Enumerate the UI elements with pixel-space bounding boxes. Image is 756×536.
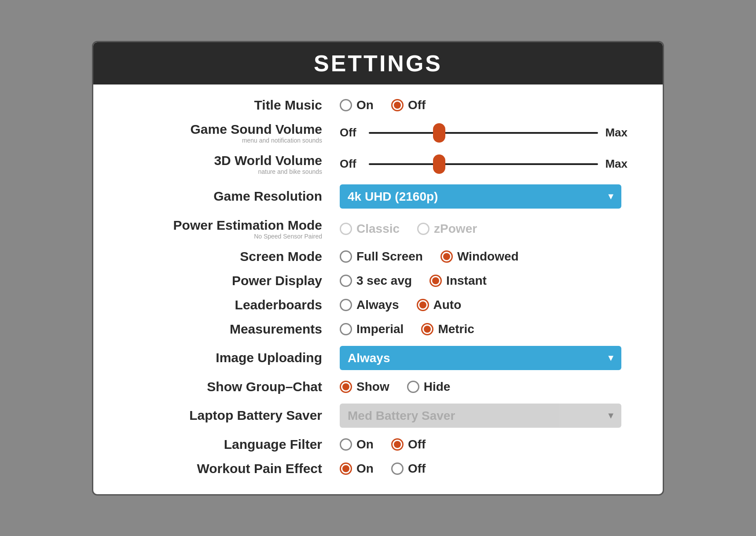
- settings-body: Title Music On Off Game Sound Volume: [93, 84, 663, 494]
- language-filter-radio-group: On Off: [340, 437, 426, 452]
- show-group-chat-control: Show Hide: [340, 380, 636, 394]
- measurements-label: Measurements: [120, 322, 340, 337]
- show-group-chat-label: Show Group–Chat: [120, 379, 340, 394]
- title-music-row: Title Music On Off: [120, 93, 636, 117]
- measurements-control: Imperial Metric: [340, 322, 636, 336]
- laptop-battery-saver-row: Laptop Battery Saver Med Battery Saver O…: [120, 399, 636, 433]
- measurements-metric-option[interactable]: Metric: [421, 322, 474, 336]
- power-estimation-zpower-option[interactable]: zPower: [417, 222, 477, 236]
- screen-mode-fullscreen-radio[interactable]: [340, 250, 352, 263]
- world-volume-max-label: Max: [605, 157, 628, 171]
- leaderboards-auto-option[interactable]: Auto: [417, 298, 462, 312]
- title-music-off-label: Off: [408, 98, 426, 112]
- world-volume-slider-thumb[interactable]: [433, 154, 445, 174]
- screen-mode-windowed-radio[interactable]: [440, 250, 453, 263]
- world-volume-slider-group: Off Max: [340, 157, 628, 171]
- title-music-radio-group: On Off: [340, 98, 426, 112]
- game-resolution-control: 4k UHD (2160p) 1080p 720p 480p ▼: [340, 184, 636, 209]
- title-music-off-radio[interactable]: [391, 99, 404, 111]
- world-volume-min-label: Off: [340, 157, 362, 171]
- screen-mode-label: Screen Mode: [120, 249, 340, 264]
- leaderboards-radio-group: Always Auto: [340, 298, 461, 312]
- power-estimation-zpower-label: zPower: [434, 222, 477, 236]
- power-display-control: 3 sec avg Instant: [340, 274, 636, 288]
- power-estimation-label: Power Estimation Mode No Speed Sensor Pa…: [120, 218, 340, 240]
- game-resolution-row: Game Resolution 4k UHD (2160p) 1080p 720…: [120, 180, 636, 213]
- workout-pain-effect-control: On Off: [340, 462, 636, 476]
- power-estimation-classic-option[interactable]: Classic: [340, 222, 400, 236]
- measurements-imperial-option[interactable]: Imperial: [340, 322, 404, 336]
- image-uploading-dropdown-wrapper: Always Never Ask ▼: [340, 346, 621, 370]
- world-volume-slider-track[interactable]: [369, 163, 598, 165]
- language-filter-off-label: Off: [408, 437, 426, 452]
- power-display-3sec-radio[interactable]: [340, 275, 352, 287]
- laptop-battery-saver-select[interactable]: Med Battery Saver Off Low Battery Saver …: [340, 404, 621, 428]
- laptop-battery-saver-control: Med Battery Saver Off Low Battery Saver …: [340, 404, 636, 428]
- title-music-on-radio[interactable]: [340, 99, 352, 111]
- workout-pain-effect-on-radio[interactable]: [340, 463, 352, 475]
- measurements-imperial-radio[interactable]: [340, 323, 352, 335]
- power-estimation-radio-group: Classic zPower: [340, 222, 477, 236]
- power-estimation-zpower-radio[interactable]: [417, 223, 429, 235]
- show-group-chat-show-option[interactable]: Show: [340, 380, 389, 394]
- game-sound-volume-label: Game Sound Volume menu and notification …: [120, 122, 340, 144]
- language-filter-on-option[interactable]: On: [340, 437, 374, 452]
- leaderboards-label: Leaderboards: [120, 297, 340, 312]
- power-display-instant-option[interactable]: Instant: [429, 274, 487, 288]
- game-sound-slider-track[interactable]: [369, 132, 598, 134]
- game-sound-slider-thumb[interactable]: [433, 123, 445, 143]
- world-volume-control: Off Max: [340, 157, 636, 171]
- settings-header: SETTINGS: [93, 42, 663, 84]
- title-music-control: On Off: [340, 98, 636, 112]
- title-music-on-option[interactable]: On: [340, 98, 374, 112]
- screen-mode-control: Full Screen Windowed: [340, 250, 636, 264]
- game-sound-slider-group: Off Max: [340, 126, 628, 140]
- world-volume-row: 3D World Volume nature and bike sounds O…: [120, 149, 636, 180]
- screen-mode-windowed-option[interactable]: Windowed: [440, 250, 519, 264]
- workout-pain-effect-off-option[interactable]: Off: [391, 462, 426, 476]
- world-volume-label: 3D World Volume nature and bike sounds: [120, 153, 340, 175]
- workout-pain-effect-on-option[interactable]: On: [340, 462, 374, 476]
- leaderboards-auto-radio[interactable]: [417, 299, 429, 311]
- measurements-metric-radio[interactable]: [421, 323, 433, 335]
- leaderboards-control: Always Auto: [340, 298, 636, 312]
- workout-pain-effect-row: Workout Pain Effect On Off: [120, 457, 636, 481]
- leaderboards-always-label: Always: [356, 298, 399, 312]
- language-filter-on-radio[interactable]: [340, 438, 352, 451]
- show-group-chat-hide-label: Hide: [424, 380, 451, 394]
- title-music-off-option[interactable]: Off: [391, 98, 426, 112]
- workout-pain-effect-off-label: Off: [408, 462, 426, 476]
- screen-mode-windowed-label: Windowed: [457, 250, 519, 264]
- power-estimation-classic-radio[interactable]: [340, 223, 352, 235]
- power-display-3sec-option[interactable]: 3 sec avg: [340, 274, 412, 288]
- power-display-radio-group: 3 sec avg Instant: [340, 274, 487, 288]
- laptop-battery-saver-dropdown-wrapper: Med Battery Saver Off Low Battery Saver …: [340, 404, 621, 428]
- power-display-instant-radio[interactable]: [429, 275, 442, 287]
- show-group-chat-show-radio[interactable]: [340, 381, 352, 393]
- language-filter-off-radio[interactable]: [391, 438, 404, 451]
- game-sound-volume-row: Game Sound Volume menu and notification …: [120, 117, 636, 149]
- game-resolution-select[interactable]: 4k UHD (2160p) 1080p 720p 480p: [340, 184, 621, 209]
- game-sound-min-label: Off: [340, 126, 362, 140]
- screen-mode-fullscreen-option[interactable]: Full Screen: [340, 250, 423, 264]
- leaderboards-always-radio[interactable]: [340, 299, 352, 311]
- title-music-label: Title Music: [120, 98, 340, 113]
- workout-pain-effect-label: Workout Pain Effect: [120, 461, 340, 476]
- measurements-imperial-label: Imperial: [356, 322, 404, 336]
- power-display-3sec-label: 3 sec avg: [356, 274, 412, 288]
- leaderboards-always-option[interactable]: Always: [340, 298, 399, 312]
- show-group-chat-hide-option[interactable]: Hide: [407, 380, 451, 394]
- screen-mode-fullscreen-label: Full Screen: [356, 250, 423, 264]
- language-filter-off-option[interactable]: Off: [391, 437, 426, 452]
- show-group-chat-hide-radio[interactable]: [407, 381, 419, 393]
- screen-mode-row: Screen Mode Full Screen Windowed: [120, 245, 636, 269]
- workout-pain-effect-off-radio[interactable]: [391, 463, 404, 475]
- settings-title: SETTINGS: [93, 50, 663, 77]
- measurements-row: Measurements Imperial Metric: [120, 317, 636, 341]
- image-uploading-select[interactable]: Always Never Ask: [340, 346, 621, 370]
- power-display-row: Power Display 3 sec avg Instant: [120, 269, 636, 293]
- power-display-label: Power Display: [120, 273, 340, 288]
- language-filter-on-label: On: [356, 437, 374, 452]
- image-uploading-row: Image Uploading Always Never Ask ▼: [120, 341, 636, 375]
- show-group-chat-radio-group: Show Hide: [340, 380, 450, 394]
